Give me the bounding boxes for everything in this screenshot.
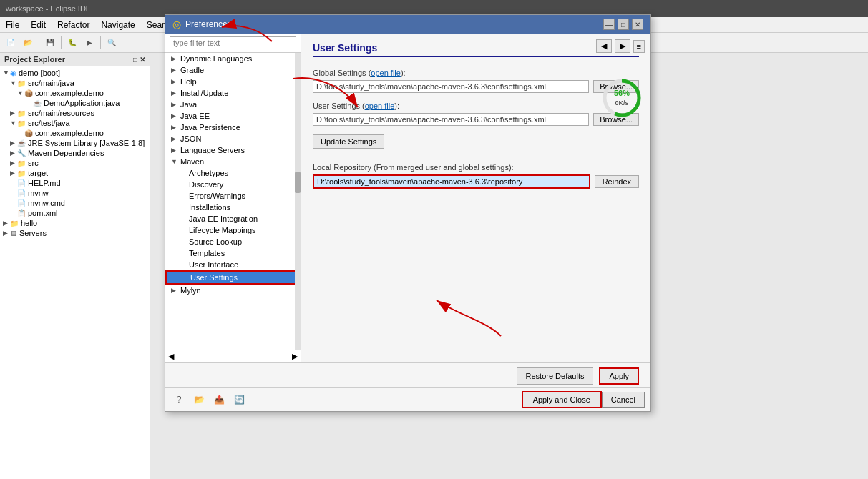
pref-item-java-ee[interactable]: ▶ Java EE	[165, 110, 301, 122]
pref-item-user-settings[interactable]: User Settings	[165, 270, 301, 285]
expand-ls-icon: ▶	[171, 147, 178, 154]
pref-label-java-persistence: Java Persistence	[180, 123, 240, 132]
local-repo-input[interactable]	[313, 174, 590, 189]
pref-item-gradle[interactable]: ▶ Gradle	[165, 64, 301, 76]
pref-nav-arrows: ◀ ▶ ≡	[596, 39, 645, 53]
pref-item-errors-warnings[interactable]: Errors/Warnings	[165, 190, 301, 202]
pref-label-lifecycle: Lifecycle Mappings	[189, 226, 256, 234]
pref-tree-items: ▶ Dynamic Languages ▶ Gradle ▶ Help	[165, 53, 301, 296]
global-settings-link[interactable]: open file	[371, 69, 401, 77]
pref-item-lifecycle[interactable]: Lifecycle Mappings	[165, 224, 301, 236]
pref-tree-bottom-nav: ◀ ▶	[165, 350, 301, 362]
pref-item-dynamic-languages[interactable]: ▶ Dynamic Languages	[165, 53, 301, 64]
pref-item-maven[interactable]: ▼ Maven	[165, 156, 301, 167]
restore-defaults-btn[interactable]: Restore Defaults	[517, 367, 594, 385]
pref-label-gradle: Gradle	[180, 66, 204, 74]
user-settings-label: User Settings (open file):	[313, 102, 639, 110]
local-repo-input-row: Reindex	[313, 174, 639, 189]
pref-label-errors-warnings: Errors/Warnings	[189, 192, 245, 200]
apply-top-btn[interactable]: Apply	[599, 367, 639, 385]
pref-item-installations[interactable]: Installations	[165, 202, 301, 213]
pref-label-installations: Installations	[189, 203, 230, 212]
pref-filter-input[interactable]	[170, 36, 296, 49]
pref-label-user-interface: User Interface	[189, 260, 238, 269]
pref-label-source-lookup: Source Lookup	[189, 237, 242, 246]
user-settings-label-text: User Settings (	[313, 102, 365, 110]
cancel-btn[interactable]: Cancel	[602, 392, 645, 408]
pref-item-archetypes[interactable]: Archetypes	[165, 167, 301, 179]
pref-item-source-lookup[interactable]: Source Lookup	[165, 236, 301, 247]
pref-item-user-interface[interactable]: User Interface	[165, 259, 301, 270]
global-settings-row: Global Settings (open file): Browse...	[313, 69, 639, 93]
expand-mylyn-icon: ▶	[171, 287, 178, 294]
pref-label-templates: Templates	[189, 249, 225, 257]
pref-item-json[interactable]: ▶ JSON	[165, 133, 301, 144]
scroll-left-btn[interactable]: ◀	[168, 352, 174, 361]
maximize-dialog-btn[interactable]: □	[618, 19, 629, 30]
dialog-nav-icons: ? 📂 📤 🔄	[171, 392, 247, 408]
pref-label-install-update: Install/Update	[180, 89, 228, 97]
pref-label-user-settings: User Settings	[190, 273, 238, 282]
pref-section-title: User Settings	[313, 42, 639, 57]
help-icon-btn[interactable]: ?	[171, 392, 187, 408]
refresh-icon-btn[interactable]: 🔄	[231, 392, 247, 408]
expand-javaee-icon: ▶	[171, 112, 178, 119]
expand-javap-icon: ▶	[171, 124, 178, 131]
progress-sub: 0K/s	[615, 99, 628, 107]
pref-label-dynamic-languages: Dynamic Languages	[180, 54, 252, 63]
minimize-dialog-btn[interactable]: —	[603, 19, 615, 30]
pref-label-mylyn: Mylyn	[180, 286, 201, 295]
update-settings-btn[interactable]: Update Settings	[313, 134, 384, 149]
close-dialog-btn[interactable]: ✕	[632, 19, 643, 30]
pref-item-install-update[interactable]: ▶ Install/Update	[165, 87, 301, 99]
dialog-icon: ◎	[172, 19, 181, 30]
global-settings-input-row: Browse...	[313, 80, 639, 93]
pref-item-templates[interactable]: Templates	[165, 247, 301, 259]
user-settings-label-end: ):	[394, 102, 399, 110]
dialog-controls: — □ ✕	[603, 19, 643, 30]
pref-label-json: JSON	[180, 134, 201, 143]
back-btn[interactable]: ◀	[596, 39, 612, 53]
progress-circle-container: 56% 0K/s	[600, 76, 643, 119]
pref-label-java-ee: Java EE	[180, 112, 210, 120]
pref-item-help[interactable]: ▶ Help	[165, 76, 301, 87]
reindex-btn[interactable]: Reindex	[595, 175, 639, 188]
user-settings-input-row: Browse...	[313, 113, 639, 126]
update-settings-row: Update Settings	[313, 134, 639, 149]
export-icon-btn[interactable]: 📤	[211, 392, 227, 408]
scroll-right-btn[interactable]: ▶	[292, 352, 298, 361]
fwd-btn[interactable]: ▶	[615, 39, 630, 53]
pref-label-maven: Maven	[180, 157, 204, 166]
more-btn[interactable]: ≡	[633, 40, 645, 53]
dialog-footer-top: Restore Defaults Apply	[165, 362, 650, 387]
pref-item-lang-servers[interactable]: ▶ Language Servers	[165, 144, 301, 156]
pref-label-archetypes: Archetypes	[189, 169, 228, 177]
pref-filter-area	[165, 34, 301, 53]
ide-window: workspace - Eclipse IDE File Edit Refact…	[0, 0, 868, 479]
expand-maven2-icon: ▼	[171, 158, 178, 165]
pref-label-java-ee-int: Java EE Integration	[189, 214, 258, 223]
dialog-overlay: ◎ Preferences — □ ✕	[0, 0, 868, 479]
dialog-title-left: ◎ Preferences	[172, 19, 232, 30]
import-icon-btn[interactable]: 📂	[191, 392, 207, 408]
user-settings-input[interactable]	[313, 113, 589, 126]
pref-item-mylyn[interactable]: ▶ Mylyn	[165, 285, 301, 296]
preferences-dialog: ◎ Preferences — □ ✕	[165, 14, 651, 412]
dialog-title-text: Preferences	[185, 19, 232, 29]
pref-label-java: Java	[180, 100, 197, 109]
global-settings-label-end: ):	[401, 69, 406, 77]
local-repo-label: Local Repository (From merged user and g…	[313, 163, 639, 172]
pref-item-java-ee-int[interactable]: Java EE Integration	[165, 213, 301, 224]
pref-tree-scroll-area: ▶ Dynamic Languages ▶ Gradle ▶ Help	[165, 53, 301, 350]
apply-close-btn[interactable]: Apply and Close	[522, 391, 602, 408]
pref-item-java-persistence[interactable]: ▶ Java Persistence	[165, 122, 301, 133]
pref-label-lang-servers: Language Servers	[180, 146, 245, 154]
global-settings-input[interactable]	[313, 80, 589, 93]
pref-item-discovery[interactable]: Discovery	[165, 179, 301, 190]
pref-item-java[interactable]: ▶ Java	[165, 99, 301, 110]
expand-gradle-icon: ▶	[171, 66, 178, 74]
expand-help2-icon: ▶	[171, 78, 178, 85]
user-settings-link[interactable]: open file	[365, 102, 395, 110]
progress-label: 56% 0K/s	[614, 89, 630, 107]
pref-tree-scrollbar[interactable]	[295, 53, 301, 350]
